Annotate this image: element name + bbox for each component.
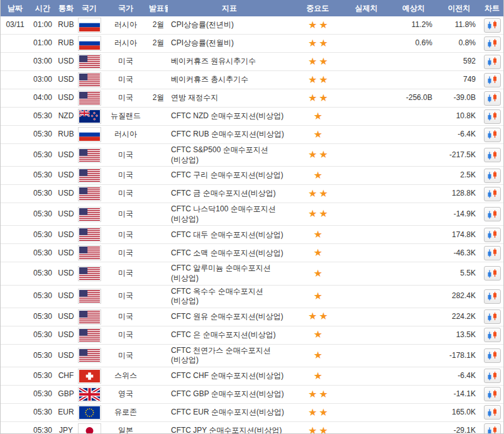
importance-stars: ★★: [308, 187, 330, 201]
candlestick-chart-icon[interactable]: [484, 289, 501, 304]
previous-cell: 5.5K: [439, 262, 479, 285]
importance-cell: ★: [291, 244, 344, 262]
table-row: 05:30USD미국CFTC S&P500 순매수포지션(비상업)★★-217.…: [1, 144, 504, 167]
flag-usa-icon: [78, 148, 101, 163]
importance-stars: ★: [314, 128, 324, 142]
candlestick-chart-icon[interactable]: [484, 309, 501, 324]
indicator-cell: CFTC 대두 순매수포지션(비상업): [168, 226, 291, 244]
indicator-cell: CFTC EUR 순매수포지션(비상업): [168, 403, 291, 421]
header-month: 발표월: [149, 0, 168, 16]
table-row: 03/1101:00RUB러시아2월CPI상승률(전년비)★★11.2%11.8…: [1, 16, 504, 35]
indicator-cell: CFTC 은 순매수포지션(비상업): [168, 326, 291, 344]
importance-stars: ★: [314, 267, 324, 281]
flag-usa-icon: [78, 72, 101, 87]
candlestick-chart-icon[interactable]: [484, 148, 501, 162]
candlestick-chart-icon[interactable]: [484, 109, 501, 124]
month-cell: [149, 226, 168, 244]
importance-cell: ★★: [291, 421, 344, 434]
actual-cell: [344, 403, 388, 421]
table-row: 03:00USD미국베이커휴즈 원유시추기수★★592: [1, 53, 504, 71]
forecast-cell: [388, 126, 439, 144]
candlestick-chart-icon[interactable]: [484, 369, 501, 383]
chart-cell: [479, 108, 504, 126]
table-row: 05:30USD미국CFTC 구리 순매수포지션(비상업)★2.5K: [1, 167, 504, 185]
date-cell: [1, 403, 30, 421]
candlestick-chart-icon[interactable]: [484, 246, 501, 260]
indicator-cell: CFTC 천연가스 순매수포지션(비상업): [168, 344, 291, 367]
candlestick-chart-icon[interactable]: [484, 266, 501, 281]
forecast-cell: [388, 367, 439, 385]
forecast-cell: [388, 108, 439, 126]
importance-stars: ★★: [308, 55, 330, 69]
date-cell: [1, 421, 30, 434]
date-cell: [1, 226, 30, 244]
chart-cell: [479, 344, 504, 367]
candlestick-chart-icon[interactable]: [484, 228, 501, 242]
forecast-cell: [388, 344, 439, 367]
header-forecast: 예상치: [388, 0, 439, 16]
candlestick-chart-icon[interactable]: [484, 187, 501, 201]
month-cell: [149, 385, 168, 403]
forecast-cell: [388, 53, 439, 71]
candlestick-chart-icon[interactable]: [484, 169, 501, 183]
month-cell: [149, 126, 168, 144]
date-cell: [1, 285, 30, 308]
importance-cell: ★★: [291, 144, 344, 167]
date-cell: [1, 71, 30, 89]
currency-cell: USD: [56, 185, 76, 203]
currency-cell: USD: [56, 167, 76, 185]
candlestick-chart-icon[interactable]: [484, 36, 501, 51]
flag-usa-icon: [78, 328, 101, 343]
country-cell: 미국: [102, 185, 149, 203]
flag-eurozone-icon: [78, 405, 101, 420]
country-cell: 미국: [102, 308, 149, 326]
flag-cell: [76, 108, 102, 126]
candlestick-chart-icon[interactable]: [484, 348, 501, 363]
header-flag: 국기: [76, 0, 102, 16]
country-cell: 미국: [102, 285, 149, 308]
chart-cell: [479, 185, 504, 203]
forecast-cell: 11.2%: [388, 16, 439, 35]
header-actual: 실제치: [344, 0, 388, 16]
importance-cell: ★★: [291, 35, 344, 53]
previous-cell: 13.5K: [439, 326, 479, 344]
candlestick-chart-icon[interactable]: [484, 73, 501, 87]
forecast-cell: [388, 226, 439, 244]
importance-cell: ★: [291, 262, 344, 285]
candlestick-chart-icon[interactable]: [484, 18, 501, 33]
candlestick-chart-icon[interactable]: [484, 387, 501, 401]
table-row: 05:30USD미국CFTC 알루미늄 순매수포지션(비상업)★5.5K: [1, 262, 504, 285]
time-cell: 05:30: [30, 367, 56, 385]
candlestick-chart-icon[interactable]: [484, 91, 501, 106]
candlestick-chart-icon[interactable]: [484, 207, 501, 221]
candlestick-chart-icon[interactable]: [484, 423, 501, 434]
importance-stars: ★★: [308, 19, 330, 32]
previous-cell: 282.4K: [439, 285, 479, 308]
actual-cell: [344, 244, 388, 262]
candlestick-chart-icon[interactable]: [484, 128, 501, 142]
table-row: 05:30EUR유로존CFTC EUR 순매수포지션(비상업)★★165.0K: [1, 403, 504, 421]
time-cell: 04:00: [30, 89, 56, 108]
header-chart: 차트: [479, 0, 504, 16]
chart-cell: [479, 226, 504, 244]
currency-cell: USD: [56, 89, 76, 108]
currency-cell: GBP: [56, 385, 76, 403]
month-cell: [149, 203, 168, 226]
importance-stars: ★: [314, 370, 324, 383]
previous-cell: -217.5K: [439, 144, 479, 167]
candlestick-chart-icon[interactable]: [484, 328, 501, 342]
previous-cell: 0.8%: [439, 35, 479, 53]
flag-cell: [76, 89, 102, 108]
country-cell: 미국: [102, 244, 149, 262]
header-importance: 중요도: [291, 0, 344, 16]
indicator-cell: CPI상승률(전년비): [168, 16, 291, 35]
table-row: 05:30CHF스위스CFTC CHF 순매수포지션(비상업)★-6.4K: [1, 367, 504, 385]
candlestick-chart-icon[interactable]: [484, 55, 501, 69]
month-cell: [149, 421, 168, 434]
candlestick-chart-icon[interactable]: [484, 405, 501, 420]
forecast-cell: [388, 244, 439, 262]
header-indicator: 지표: [168, 0, 291, 16]
header-time: 시간: [30, 0, 56, 16]
month-cell: [149, 244, 168, 262]
chart-cell: [479, 71, 504, 89]
